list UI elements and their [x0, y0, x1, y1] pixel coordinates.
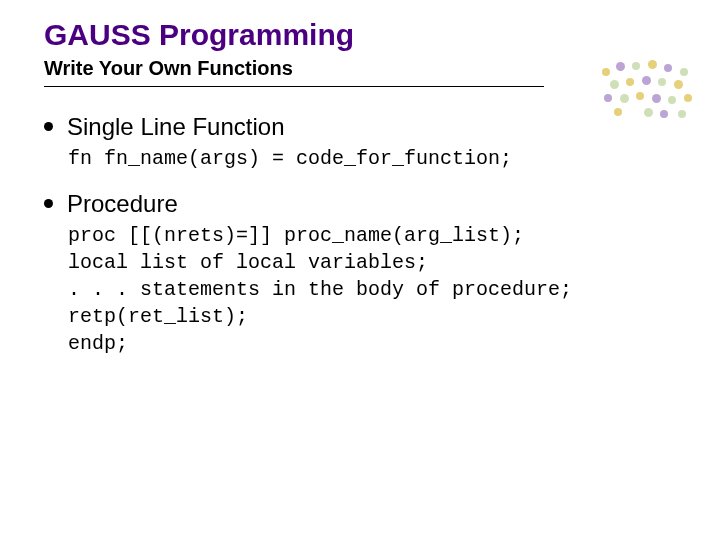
- bullet-item: Single Line Function fn fn_name(args) = …: [44, 113, 676, 172]
- deco-dot: [620, 94, 629, 103]
- title-rule: [44, 86, 544, 87]
- slide-body: Single Line Function fn fn_name(args) = …: [44, 113, 676, 357]
- deco-dot: [636, 92, 644, 100]
- deco-dot: [674, 80, 683, 89]
- code-block: proc [[(nrets)=]] proc_name(arg_list); l…: [68, 222, 676, 357]
- bullet-item: Procedure proc [[(nrets)=]] proc_name(ar…: [44, 190, 676, 357]
- slide-subtitle: Write Your Own Functions: [44, 57, 676, 80]
- deco-dot: [678, 110, 686, 118]
- bullet-heading: Single Line Function: [67, 113, 284, 141]
- deco-dot: [668, 96, 676, 104]
- bullet-icon: [44, 122, 53, 131]
- slide-title: GAUSS Programming: [44, 18, 676, 53]
- deco-dot: [684, 94, 692, 102]
- bullet-row: Single Line Function: [44, 113, 676, 141]
- bullet-icon: [44, 199, 53, 208]
- deco-dot: [680, 68, 688, 76]
- deco-dot: [652, 94, 661, 103]
- deco-dot: [604, 94, 612, 102]
- deco-dot: [610, 80, 619, 89]
- bullet-heading: Procedure: [67, 190, 178, 218]
- bullet-row: Procedure: [44, 190, 676, 218]
- code-block: fn fn_name(args) = code_for_function;: [68, 145, 676, 172]
- slide: GAUSS Programming Write Your Own Functio…: [0, 0, 720, 540]
